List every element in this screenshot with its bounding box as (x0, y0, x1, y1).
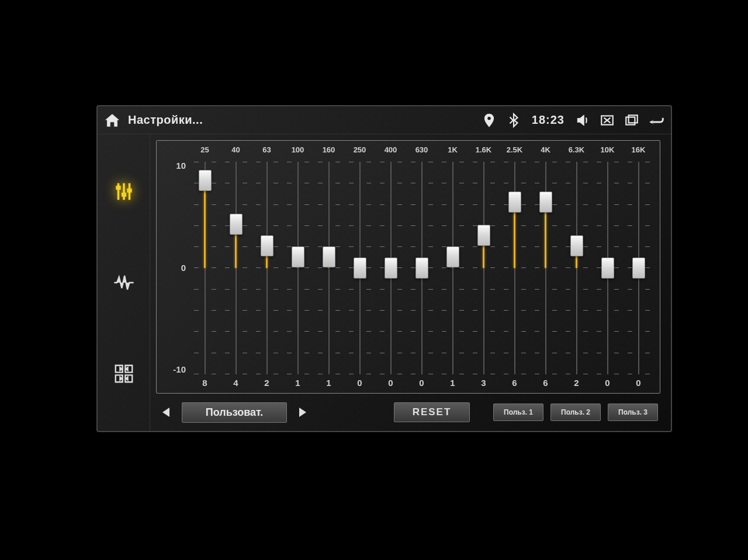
eq-slider[interactable] (313, 158, 344, 378)
user-preset-2-button[interactable]: Польз. 2 (550, 404, 601, 421)
band-freq-label: 10K (601, 145, 615, 158)
slider-knob[interactable] (199, 170, 212, 191)
band-value-label: 1 (450, 378, 455, 389)
eq-slider[interactable] (375, 158, 406, 378)
eq-band: 632 (251, 145, 282, 389)
band-value-label: 0 (419, 378, 424, 389)
band-value-label: 6 (543, 378, 548, 389)
eq-band: 2.5K6 (499, 145, 530, 389)
band-value-label: 3 (481, 378, 486, 389)
slider-knob[interactable] (601, 258, 614, 279)
app-screen: Настройки... 18:23 (96, 105, 672, 432)
band-freq-label: 6.3K (569, 145, 584, 158)
band-value-label: 1 (295, 378, 300, 389)
eq-band: 4K6 (530, 145, 561, 389)
band-value-label: 6 (512, 378, 517, 389)
band-value-label: 0 (605, 378, 610, 389)
eq-slider[interactable] (344, 158, 375, 378)
svg-rect-1 (626, 117, 635, 124)
eq-slider[interactable] (189, 158, 220, 378)
bluetooth-icon[interactable] (505, 112, 522, 129)
eq-band: 16K0 (623, 145, 654, 389)
band-freq-label: 2.5K (507, 145, 522, 158)
band-value-label: 0 (636, 378, 640, 389)
svg-rect-6 (116, 186, 120, 190)
band-freq-label: 160 (323, 145, 335, 158)
eq-slider[interactable] (437, 158, 468, 378)
slider-knob[interactable] (570, 235, 583, 256)
slider-knob[interactable] (508, 192, 521, 213)
clock: 18:23 (532, 113, 565, 127)
eq-slider[interactable] (406, 158, 437, 378)
svg-rect-7 (122, 193, 126, 196)
slider-knob[interactable] (230, 214, 243, 235)
svg-rect-2 (629, 115, 638, 123)
band-value-label: 2 (264, 378, 269, 389)
slider-knob[interactable] (354, 258, 366, 279)
eq-slider[interactable] (499, 158, 530, 378)
eq-band: 6300 (406, 145, 437, 389)
band-value-label: 0 (388, 378, 393, 389)
band-value-label: 2 (574, 378, 579, 389)
slider-knob[interactable] (385, 258, 397, 279)
eq-slider[interactable] (282, 158, 313, 378)
scale-min: -10 (173, 364, 186, 374)
preset-prev-button[interactable] (158, 404, 175, 420)
main-panel: 10 0 -10 258404632100116012500400063001K… (150, 134, 671, 431)
band-freq-label: 4K (541, 145, 550, 158)
page-title: Настройки... (128, 113, 473, 127)
eq-slider[interactable] (592, 158, 623, 378)
sidebar-item-balance[interactable] (111, 361, 137, 387)
eq-slider[interactable] (530, 158, 561, 378)
user-preset-1-button[interactable]: Польз. 1 (493, 404, 543, 421)
back-icon[interactable] (647, 112, 665, 129)
bottom-controls: Пользоват. RESET Польз. 1 Польз. 2 Польз… (156, 394, 660, 424)
slider-knob[interactable] (323, 246, 335, 267)
slider-knob[interactable] (539, 192, 552, 213)
eq-bands: 258404632100116012500400063001K11.6K32.5… (189, 145, 654, 389)
eq-band: 1K1 (437, 145, 468, 389)
eq-band: 258 (189, 145, 220, 389)
slider-knob[interactable] (415, 258, 428, 279)
slider-knob[interactable] (292, 246, 304, 267)
slider-knob[interactable] (632, 258, 645, 279)
preset-next-button[interactable] (294, 404, 310, 420)
slider-knob[interactable] (477, 225, 490, 246)
recent-apps-icon[interactable] (623, 112, 640, 129)
volume-icon[interactable] (574, 112, 591, 129)
equalizer-panel: 10 0 -10 258404632100116012500400063001K… (156, 140, 660, 394)
band-freq-label: 100 (292, 145, 304, 158)
mute-icon[interactable] (598, 112, 616, 129)
scale-labels: 10 0 -10 (161, 145, 189, 389)
slider-knob[interactable] (446, 246, 459, 267)
band-value-label: 8 (202, 378, 207, 389)
eq-band: 10K0 (592, 145, 623, 389)
eq-band: 1.6K3 (468, 145, 499, 389)
eq-band: 1601 (313, 145, 344, 389)
sidebar-item-sound[interactable] (111, 270, 137, 295)
eq-slider[interactable] (623, 158, 654, 378)
band-freq-label: 400 (385, 145, 397, 158)
user-preset-3-button[interactable]: Польз. 3 (608, 404, 658, 421)
band-freq-label: 1K (448, 145, 458, 158)
preset-select[interactable]: Пользоват. (182, 402, 287, 423)
home-icon[interactable] (103, 112, 121, 129)
band-freq-label: 16K (632, 145, 646, 158)
band-freq-label: 250 (354, 145, 366, 158)
eq-slider[interactable] (468, 158, 499, 378)
reset-button[interactable]: RESET (394, 402, 470, 422)
eq-slider[interactable] (251, 158, 282, 378)
location-icon[interactable] (480, 112, 498, 129)
band-value-label: 4 (233, 378, 238, 389)
band-freq-label: 1.6K (476, 145, 491, 158)
sidebar-item-equalizer[interactable] (111, 179, 137, 204)
band-freq-label: 40 (231, 145, 240, 158)
eq-band: 4000 (375, 145, 406, 389)
status-bar: Настройки... 18:23 (98, 106, 671, 134)
band-value-label: 0 (357, 378, 362, 389)
slider-knob[interactable] (261, 235, 273, 256)
eq-slider[interactable] (220, 158, 251, 378)
eq-slider[interactable] (561, 158, 592, 378)
svg-rect-8 (127, 189, 131, 192)
sidebar (98, 134, 150, 431)
